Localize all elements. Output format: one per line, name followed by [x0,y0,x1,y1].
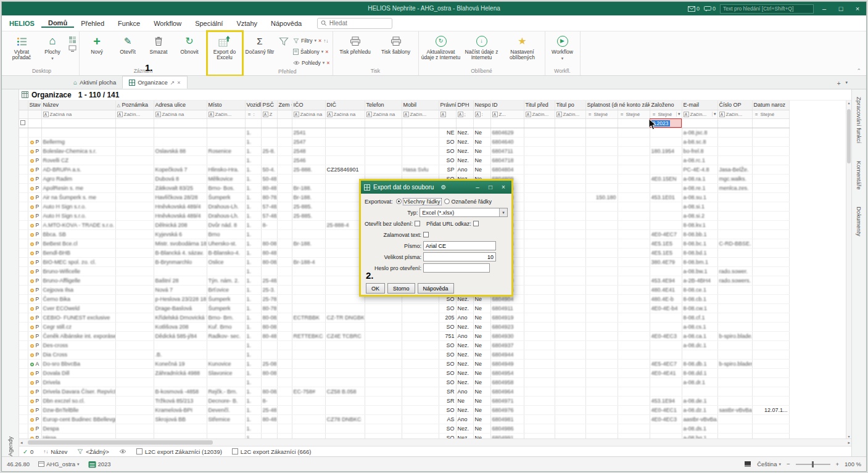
cell[interactable] [402,331,439,340]
cell[interactable]: 1. [245,331,261,340]
row-selector[interactable] [19,137,28,146]
cancel-button[interactable]: Storno [387,283,415,294]
cell[interactable] [154,377,207,387]
cell[interactable] [717,350,752,359]
cell[interactable]: Cejpova Ilsa [41,285,115,294]
sort-indicator[interactable]: ↑↓Název [43,448,67,455]
cell[interactable]: a-08.cs.1 [682,322,717,331]
cell[interactable] [325,396,365,405]
cell[interactable]: 80-08. [261,387,277,396]
cell[interactable]: 8-08.bm.1 [682,257,717,266]
table-row[interactable]: PDespa1.SONez.Ne6804986a-08.ds.1 [19,424,789,433]
cell[interactable] [618,331,650,340]
cell[interactable] [115,303,154,313]
cell-stav[interactable]: P [28,331,41,340]
cell[interactable] [524,303,555,313]
cell[interactable] [524,165,555,174]
filter-op-cislo_op[interactable]: AZačín... [717,110,752,118]
cell[interactable]: Skrojová BB [154,414,207,424]
cell[interactable] [402,433,439,438]
cell[interactable]: 1. [245,377,261,387]
cell[interactable] [752,257,789,266]
cell[interactable] [524,174,555,183]
cell[interactable] [325,405,365,414]
cell[interactable] [717,137,752,146]
cell[interactable] [717,433,752,438]
cell[interactable]: Rosenice [207,146,245,155]
dialog-minimize-button[interactable]: – [473,184,482,191]
column-header-sel[interactable] [19,101,28,110]
cell[interactable]: SO [439,359,456,368]
filter-op-titul_pred[interactable]: AZačín... [524,110,555,118]
cell[interactable]: 6804949 [490,359,524,368]
column-header-ico[interactable]: IČO [292,101,325,110]
cell[interactable] [325,128,365,137]
cell[interactable] [524,387,555,396]
row-selector[interactable] [19,183,28,192]
cell[interactable]: CEBIO- FUNEST exclusive [41,313,115,322]
cell[interactable]: EC-758# [292,387,325,396]
cell[interactable]: Dědická 585-j/84 [154,331,207,340]
cell[interactable] [555,387,585,396]
cell[interactable] [524,414,555,424]
cell[interactable]: a-08.dc.1 [682,340,717,350]
export-to-excel-button[interactable]: Export do Excelu [210,33,239,61]
cell[interactable]: 1. [245,137,261,146]
cell[interactable] [752,340,789,350]
cell[interactable]: A.MTO-KOVA - TRADE s.r.o. [41,220,115,229]
cell[interactable] [752,137,789,146]
cell[interactable]: 6804919 [490,313,524,322]
cell[interactable]: Brno [207,229,245,239]
cell[interactable] [207,350,245,359]
zoom-in-icon[interactable]: + [836,461,840,467]
row-selector[interactable] [19,377,28,387]
table-row[interactable]: PČeněk Albánske int. exporáserDědická 58… [19,331,789,340]
cell[interactable] [752,294,789,303]
cell[interactable]: Ne [473,155,490,165]
cell-stav[interactable]: P [28,368,41,377]
cell[interactable] [277,192,292,202]
cell[interactable] [618,137,650,146]
cell[interactable]: .B. [154,350,207,359]
cell[interactable] [325,350,365,359]
cell[interactable] [277,202,292,211]
cell[interactable] [402,350,439,359]
cell[interactable] [292,359,325,368]
update-from-internet-button[interactable]: ↻ Aktualizovat údaje z Internetu [421,33,461,61]
table-row[interactable]: PDzw-BnTelBlleKramelová-BPIDevenčl.1.25-… [19,405,789,414]
cell[interactable]: Ne [473,396,490,405]
filter-input-psc[interactable] [261,118,277,128]
cell[interactable] [115,424,154,433]
menu-domu[interactable]: Domů [41,19,74,28]
column-header-konto[interactable]: né konto zákaz. [618,101,650,110]
cell[interactable] [585,359,618,368]
column-header-telefon[interactable]: Telefon [365,101,402,110]
cell[interactable]: 453.1E94 [650,396,682,405]
cell-stav[interactable]: P [28,396,41,405]
cell[interactable] [115,183,154,192]
row-selector[interactable] [19,405,28,414]
table-row[interactable]: PEurop-cent Budinec BBellevgrupec.aSkroj… [19,414,789,424]
cell[interactable] [277,128,292,137]
cell[interactable] [618,146,650,155]
cell[interactable] [325,377,365,387]
cell[interactable] [277,174,292,183]
cell[interactable] [752,266,789,276]
cell[interactable] [524,155,555,165]
cell[interactable] [115,146,154,155]
cell-stav[interactable]: P [28,322,41,331]
scrollbar-thumb[interactable] [28,440,213,445]
cell[interactable] [585,387,618,396]
cell[interactable]: 4E0-4EC7 [650,229,682,239]
cell[interactable]: Ano [456,414,473,424]
cell[interactable]: Uhersko-st. [207,239,245,248]
minimize-button[interactable]: – [818,5,830,12]
cell[interactable]: 6804930 [490,331,524,340]
cell[interactable] [154,266,207,276]
cell[interactable]: Dbn exczel so.cl. [41,396,115,405]
cell[interactable]: RETTEBKC [292,331,325,340]
cell[interactable] [524,266,555,276]
workflow-button[interactable]: ▶ Workflow ▾ [548,33,577,61]
cell[interactable] [618,303,650,313]
cell[interactable] [277,294,292,303]
